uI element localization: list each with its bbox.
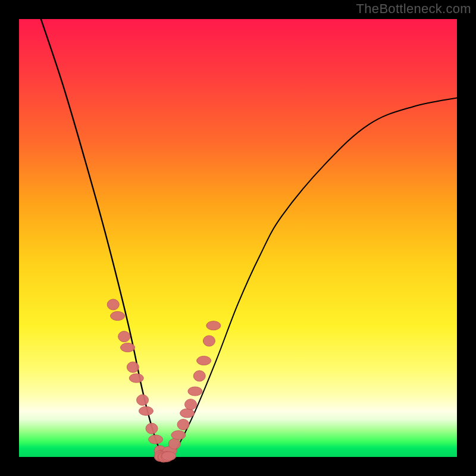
chart-svg [19, 19, 457, 457]
highlight-dot [188, 387, 202, 396]
highlight-dot [203, 336, 215, 346]
highlight-dot [139, 406, 153, 415]
highlight-dot [206, 321, 221, 330]
highlight-dot [168, 439, 180, 449]
highlight-dot [107, 299, 119, 310]
plot-area [19, 19, 457, 457]
curve-layer [41, 19, 457, 457]
highlight-dot [180, 409, 195, 418]
highlight-dot [171, 431, 186, 440]
highlight-dot [129, 374, 143, 383]
watermark-text: TheBottleneck.com [356, 1, 471, 17]
curve-right [168, 98, 457, 457]
highlight-dot [149, 435, 163, 444]
highlight-dot [118, 331, 130, 342]
highlight-dot [137, 394, 149, 405]
highlight-dot [185, 399, 197, 410]
highlight-dot [162, 452, 176, 461]
highlight-dot [177, 419, 189, 430]
highlight-dot [121, 343, 135, 352]
highlight-dot [193, 371, 205, 381]
highlight-dot [127, 362, 139, 372]
dots-layer [107, 299, 221, 462]
highlight-dot [146, 423, 158, 434]
chart-root: TheBottleneck.com [0, 0, 476, 476]
curve-left [41, 19, 168, 457]
highlight-dot [111, 312, 125, 321]
highlight-dot [197, 356, 211, 365]
